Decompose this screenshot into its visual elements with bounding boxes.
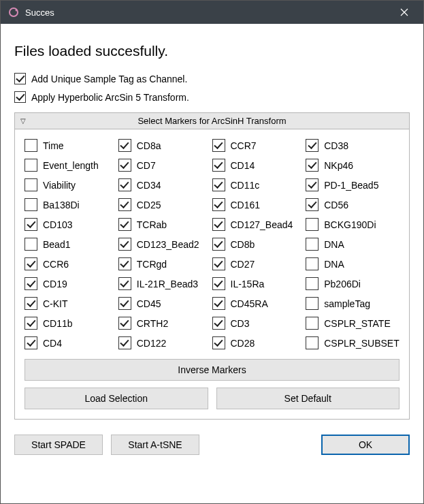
marker-checkbox[interactable] [118,336,131,349]
marker-item: Bead1 [25,238,118,251]
titlebar: Succes [1,1,423,24]
marker-checkbox[interactable] [212,159,225,172]
marker-item: Pb206Di [306,277,399,290]
marker-checkbox[interactable] [306,317,319,330]
marker-label: CD27 [231,259,255,270]
marker-checkbox[interactable] [306,198,319,211]
marker-checkbox[interactable] [118,198,131,211]
marker-label: CD123_Bead2 [137,239,199,250]
marker-checkbox[interactable] [212,317,225,330]
marker-label: CD161 [231,200,261,210]
marker-checkbox[interactable] [118,178,131,191]
marker-item: CD56 [306,198,399,211]
marker-checkbox[interactable] [212,178,225,191]
marker-checkbox[interactable] [25,297,37,310]
marker-checkbox[interactable] [25,238,37,251]
marker-checkbox[interactable] [118,218,131,231]
marker-label: CD34 [137,180,161,191]
marker-item: IL-21R_Bead3 [118,277,212,290]
marker-item: CD45 [118,297,212,310]
marker-checkbox[interactable] [306,139,319,152]
marker-label: CD28 [231,338,255,349]
marker-checkbox[interactable] [212,257,225,270]
marker-checkbox[interactable] [306,297,319,310]
marker-item: CD8b [212,238,306,251]
marker-checkbox[interactable] [306,238,319,251]
load-selection-button[interactable]: Load Selection [25,388,208,409]
start-atsne-button[interactable]: Start A-tSNE [111,435,199,455]
marker-label: CD4 [43,338,62,349]
checkbox-label: Add Unique Sample Tag as Channel. [31,74,187,84]
marker-checkbox[interactable] [118,317,131,330]
marker-label: CSPLR_SUBSET [324,338,399,349]
marker-item: CD14 [212,159,306,172]
ok-button[interactable]: OK [321,435,410,455]
inverse-markers-button[interactable]: Inverse Markers [25,359,399,381]
marker-checkbox[interactable] [25,218,37,231]
close-button[interactable] [391,1,418,24]
marker-item: CD122 [118,336,212,349]
marker-checkbox[interactable] [25,317,37,330]
marker-label: CCR6 [43,259,69,270]
start-spade-button[interactable]: Start SPADE [14,435,103,455]
marker-checkbox[interactable] [306,159,319,172]
marker-checkbox[interactable] [25,198,37,211]
checkbox[interactable] [14,73,26,84]
marker-checkbox[interactable] [212,297,225,310]
marker-label: Pb206Di [324,279,361,289]
marker-label: CD45RA [231,298,268,309]
marker-item: CCR7 [212,139,306,152]
marker-checkbox[interactable] [118,238,131,251]
marker-label: CD103 [43,219,73,230]
window-title: Succes [25,7,391,18]
marker-label: CD127_Bead4 [231,219,293,230]
marker-item: CD161 [212,198,306,211]
marker-checkbox[interactable] [306,178,319,191]
marker-label: CD25 [137,200,161,210]
marker-label: CD38 [324,140,348,151]
marker-checkbox[interactable] [25,257,37,270]
marker-checkbox[interactable] [306,257,319,270]
panel-header[interactable]: ▽ Select Markers for ArcSinH Transform [15,113,409,129]
marker-checkbox[interactable] [212,336,225,349]
marker-checkbox[interactable] [25,277,37,290]
marker-item: C-KIT [25,297,118,310]
marker-label: IL-21R_Bead3 [137,279,198,289]
content: Files loaded succesfully. Add Unique Sam… [1,24,423,467]
marker-checkbox[interactable] [212,277,225,290]
marker-checkbox[interactable] [118,159,131,172]
marker-label: C-KIT [43,298,68,309]
marker-item: CD19 [25,277,118,290]
marker-label: NKp46 [324,160,353,171]
marker-label: Time [43,140,64,151]
app-icon [7,6,20,18]
marker-checkbox[interactable] [306,336,319,349]
set-default-button[interactable]: Set Default [216,388,400,409]
marker-label: CD3 [231,318,250,329]
marker-label: Ba138Di [43,200,80,210]
marker-item: Time [25,139,118,152]
marker-checkbox[interactable] [306,218,319,231]
marker-label: CRTH2 [137,318,168,329]
marker-checkbox[interactable] [212,139,225,152]
marker-item: CD28 [212,336,306,349]
marker-label: PD-1_Bead5 [324,180,378,191]
marker-item: CD45RA [212,297,306,310]
marker-checkbox[interactable] [212,218,225,231]
marker-checkbox[interactable] [118,277,131,290]
marker-checkbox[interactable] [118,257,131,270]
marker-checkbox[interactable] [118,139,131,152]
marker-checkbox[interactable] [306,277,319,290]
marker-item: CD123_Bead2 [118,238,212,251]
marker-checkbox[interactable] [25,139,37,152]
page-title: Files loaded succesfully. [14,43,410,59]
marker-checkbox[interactable] [25,336,37,349]
checkbox[interactable] [14,91,26,103]
marker-checkbox[interactable] [118,297,131,310]
marker-checkbox[interactable] [25,178,37,191]
marker-checkbox[interactable] [212,198,225,211]
marker-label: TCRgd [137,259,167,270]
marker-checkbox[interactable] [212,238,225,251]
marker-label: CCR7 [231,140,257,151]
marker-checkbox[interactable] [25,159,37,172]
